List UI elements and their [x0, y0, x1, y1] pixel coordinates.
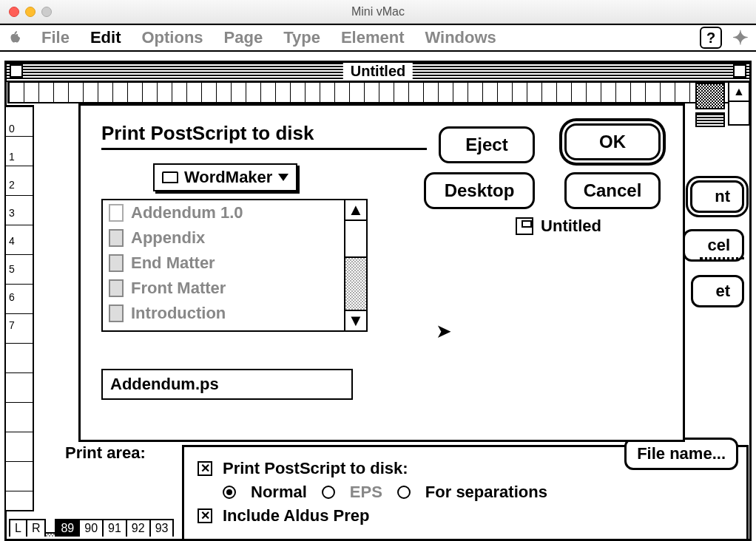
- menu-type[interactable]: Type: [283, 28, 320, 47]
- file-list[interactable]: Addendum 1.0 Appendix End Matter Front M…: [101, 199, 368, 332]
- menu-element[interactable]: Element: [341, 28, 405, 47]
- scrollbar-thumb[interactable]: [345, 221, 366, 258]
- folder-popup-label: WordMaker: [184, 168, 272, 187]
- mode-separations-radio[interactable]: [397, 486, 411, 499]
- ruler-tick: 4: [6, 235, 33, 247]
- ruler-tick: 5: [6, 263, 33, 275]
- page-tab[interactable]: 92: [126, 519, 151, 537]
- menu-edit[interactable]: Edit: [90, 28, 121, 47]
- print-postscript-label: Print PostScript to disk:: [223, 459, 408, 478]
- floppy-disk-icon: [516, 217, 533, 235]
- file-list-item[interactable]: End Matter: [103, 251, 342, 276]
- menu-windows[interactable]: Windows: [425, 28, 496, 47]
- ruler-tick: 3: [6, 207, 33, 219]
- scroll-up-arrow-icon[interactable]: ▲: [345, 200, 366, 221]
- document-icon: [109, 304, 124, 322]
- dialog-title: Print PostScript to disk: [101, 122, 427, 150]
- ruler-tick: 7: [6, 319, 33, 331]
- menu-page[interactable]: Page: [224, 28, 263, 47]
- page-tab[interactable]: 91: [102, 519, 127, 537]
- menu-file[interactable]: File: [41, 28, 70, 47]
- scrollbar-track[interactable]: [345, 221, 366, 310]
- include-aldus-prep-checkbox[interactable]: [198, 508, 212, 523]
- chevron-down-icon: [278, 174, 288, 181]
- page-tab[interactable]: 90: [78, 519, 104, 537]
- horizontal-ruler: [7, 81, 749, 103]
- pattern-swatch: [695, 83, 725, 109]
- print-area-label: Print area:: [65, 443, 146, 463]
- divider: [700, 257, 744, 259]
- help-icon[interactable]: ?: [700, 27, 722, 49]
- file-list-scrollbar[interactable]: ▲ ▼: [344, 200, 366, 330]
- pattern-swatch: [695, 112, 725, 127]
- ok-button[interactable]: OK: [564, 123, 661, 160]
- scroll-up-arrow-icon[interactable]: ▲: [729, 83, 749, 102]
- file-name-button[interactable]: File name...: [624, 438, 738, 470]
- page-tab-current[interactable]: 89: [55, 519, 80, 537]
- include-aldus-prep-label: Include Aldus Prep: [223, 506, 369, 525]
- file-name: End Matter: [131, 254, 215, 273]
- file-list-item[interactable]: Addendum 1.0: [103, 200, 342, 225]
- folder-popup[interactable]: WordMaker: [153, 163, 297, 191]
- file-name: Front Matter: [131, 279, 226, 298]
- page-tabs: L R 89 90 91 92 93: [9, 519, 172, 537]
- disk-label: Untitled: [516, 217, 601, 236]
- menubar: File Edit Options Page Type Element Wind…: [0, 24, 756, 52]
- background-print-button-fragment: nt: [690, 180, 744, 213]
- scroll-down-arrow-icon[interactable]: ▼: [345, 310, 366, 330]
- ruler-tick: 0: [6, 123, 33, 135]
- mode-normal-label: Normal: [251, 483, 307, 502]
- file-name: Introduction: [131, 304, 226, 323]
- zoom-box[interactable]: [733, 64, 746, 78]
- vertical-scrollbar[interactable]: ▲: [728, 81, 750, 126]
- file-list-item[interactable]: Appendix: [103, 225, 342, 251]
- document-title: Untitled: [343, 63, 413, 80]
- filename-input[interactable]: Addendum.ps: [101, 369, 353, 400]
- vertical-ruler: 0 1 2 3 4 5 6 7: [4, 105, 34, 511]
- file-list-item[interactable]: Front Matter: [103, 276, 342, 301]
- folder-icon: [162, 171, 178, 183]
- background-button-fragment: et: [691, 275, 744, 307]
- eject-button[interactable]: Eject: [439, 126, 535, 163]
- mode-separations-label: For separations: [425, 483, 547, 502]
- file-list-item[interactable]: Introduction: [103, 301, 342, 326]
- ruler-tick: 2: [6, 179, 33, 191]
- document-icon: [109, 254, 124, 272]
- print-postscript-dialog: Print PostScript to disk WordMaker Adden…: [78, 103, 685, 442]
- close-box[interactable]: [10, 64, 23, 78]
- page-tab[interactable]: 93: [149, 519, 175, 537]
- document-icon: [109, 204, 124, 222]
- mode-normal-radio[interactable]: [223, 486, 236, 499]
- file-name: Addendum 1.0: [131, 203, 243, 222]
- host-window-title: Mini vMac: [0, 5, 756, 18]
- desktop-button[interactable]: Desktop: [424, 172, 535, 209]
- apple-menu-icon[interactable]: [7, 30, 22, 45]
- cancel-button[interactable]: Cancel: [564, 172, 661, 209]
- ruler-tick: 1: [6, 151, 33, 163]
- document-icon: [109, 279, 124, 297]
- document-icon: [109, 229, 124, 247]
- disk-name: Untitled: [541, 217, 601, 236]
- page-tab[interactable]: L: [9, 519, 27, 537]
- host-titlebar: Mini vMac: [0, 0, 756, 24]
- menu-options[interactable]: Options: [141, 28, 203, 47]
- cursor-icon: ➤: [436, 320, 452, 343]
- page-tab[interactable]: R: [26, 519, 47, 537]
- ruler-tick: 6: [6, 291, 33, 303]
- document-titlebar[interactable]: Untitled: [7, 63, 749, 82]
- mode-eps-radio[interactable]: [322, 486, 335, 499]
- application-menu-icon[interactable]: ✦: [732, 27, 749, 50]
- print-postscript-checkbox[interactable]: [198, 461, 212, 476]
- mode-eps-label: EPS: [350, 483, 382, 502]
- file-name: Appendix: [131, 228, 205, 248]
